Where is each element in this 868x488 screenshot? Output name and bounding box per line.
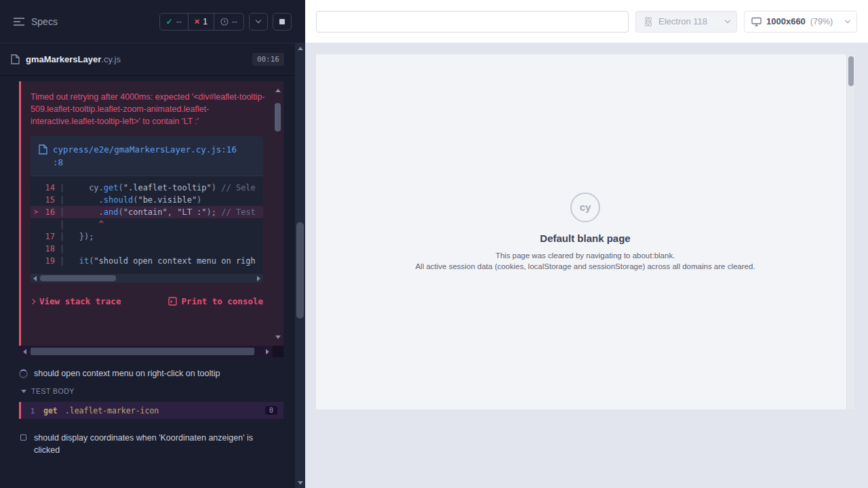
cypress-logo: cy <box>570 192 600 222</box>
scroll-right-arrow[interactable] <box>254 274 263 283</box>
viewport-size: 1000x660 <box>766 16 806 26</box>
code-line: 14| cy.get(".leaflet-tooltip") // Sele <box>31 182 263 194</box>
code-line: >16| .and("contain", "LT :"); // Test <box>31 206 263 218</box>
sidebar-scrollbar[interactable] <box>295 43 305 488</box>
stat-failed: × 1 <box>188 14 214 30</box>
error-panel: Timed out retrying after 4000ms: expecte… <box>19 81 283 346</box>
test-body-label: TEST BODY <box>31 387 75 395</box>
test-body-section[interactable]: TEST BODY <box>21 387 75 395</box>
browser-selector[interactable]: Electron 118 <box>635 11 737 33</box>
scroll-down-arrow[interactable] <box>273 332 283 342</box>
spec-file-icon <box>11 54 20 64</box>
failed-x-icon: × <box>195 16 200 26</box>
blank-page-line1: This page was cleared by navigating to a… <box>496 250 675 261</box>
scroll-right-arrow[interactable] <box>262 346 273 357</box>
specs-menu-icon[interactable] <box>14 18 24 26</box>
blank-page-line2: All active session data (cookies, localS… <box>415 261 755 272</box>
chevron-down-icon <box>845 18 850 23</box>
code-frame-header: cypress/e2e/gmaMarkersLayer.cy.js:16:8 <box>31 136 263 176</box>
spinner-icon <box>19 369 28 378</box>
test-title: should open context menu on right-click … <box>34 367 220 380</box>
test-item-running[interactable]: should open context menu on right-click … <box>0 367 288 380</box>
stop-icon <box>279 19 285 24</box>
command-message: .leaflet-marker-icon <box>65 406 265 415</box>
pending-box-icon <box>20 434 26 441</box>
viewport-selector[interactable]: 1000x660 (79%) <box>744 11 857 33</box>
code-line: 19| it("should open context menu on righ <box>31 255 263 267</box>
command-count-badge: 0 <box>265 406 277 415</box>
url-input[interactable] <box>316 11 629 33</box>
reporter-sidebar: Specs ✓ -- × 1 -- <box>0 0 305 488</box>
test-stats: ✓ -- × 1 -- <box>159 13 244 30</box>
scrollbar-thumb[interactable] <box>275 103 281 131</box>
scroll-up-arrow[interactable] <box>295 43 305 54</box>
error-actions: View stack trace Print to console <box>31 296 263 306</box>
scrollbar-corner <box>273 346 283 357</box>
scroll-up-arrow[interactable] <box>273 85 283 95</box>
aut-iframe: cy Default blank page This page was clea… <box>316 54 854 409</box>
scroll-down-arrow[interactable] <box>295 478 305 488</box>
scroll-left-arrow[interactable] <box>19 346 30 357</box>
command-log-row[interactable]: 1 get .leaflet-marker-icon 0 <box>19 402 283 419</box>
scrollbar-thumb[interactable] <box>848 56 854 86</box>
scrollbar-thumb[interactable] <box>31 348 254 355</box>
code-frame: cypress/e2e/gmaMarkersLayer.cy.js:16:8 1… <box>31 136 263 283</box>
scroll-left-arrow[interactable] <box>31 274 39 283</box>
collapse-button[interactable] <box>249 13 268 30</box>
command-number: 1 <box>21 407 35 415</box>
code-line: 18| <box>31 243 263 255</box>
code-file-icon <box>39 144 47 155</box>
chevron-down-icon <box>21 390 26 393</box>
spec-extension: .cy.js <box>101 54 121 64</box>
test-item-pending[interactable]: should display coordinates when 'Koordin… <box>0 432 285 456</box>
chevron-down-icon <box>725 18 730 23</box>
spec-header[interactable]: gmaMarkersLayer.cy.js 00:16 <box>0 43 295 76</box>
code-lines: 14| cy.get(".leaflet-tooltip") // Sele15… <box>31 176 263 274</box>
error-horizontal-scrollbar[interactable] <box>19 346 283 357</box>
code-line: | ^ <box>31 218 263 230</box>
reporter-header: Specs ✓ -- × 1 -- <box>0 0 305 43</box>
scrollbar-thumb[interactable] <box>40 275 116 281</box>
code-line: 15| .should("be.visible") <box>31 194 263 206</box>
pending-count: -- <box>232 17 237 26</box>
console-icon <box>168 297 177 306</box>
print-to-console-link[interactable]: Print to console <box>168 296 263 306</box>
current-line-arrow: > <box>34 206 38 218</box>
error-message: Timed out retrying after 4000ms: expecte… <box>31 91 266 127</box>
monitor-icon <box>751 17 762 26</box>
scrollbar-thumb[interactable] <box>296 222 304 319</box>
electron-icon <box>643 16 654 27</box>
view-stack-trace-link[interactable]: View stack trace <box>31 296 121 306</box>
runner-pane: Electron 118 1000x660 (79%) cy Default b… <box>305 0 868 488</box>
stat-passed: ✓ -- <box>160 14 188 30</box>
runner-canvas: cy Default blank page This page was clea… <box>305 43 868 488</box>
command-method: get <box>43 406 58 415</box>
chevron-right-icon <box>30 298 35 304</box>
spec-name: gmaMarkersLayer <box>26 54 101 64</box>
failed-count: 1 <box>203 17 208 26</box>
page-scrollbar[interactable] <box>846 54 854 409</box>
stop-button[interactable] <box>273 13 292 30</box>
passed-count: -- <box>176 17 182 26</box>
viewport-zoom: (79%) <box>810 17 833 26</box>
code-frame-file-link[interactable]: cypress/e2e/gmaMarkersLayer.cy.js:16:8 <box>53 143 240 169</box>
passed-check-icon: ✓ <box>166 17 173 26</box>
error-vertical-scrollbar[interactable] <box>273 85 283 342</box>
runner-header: Electron 118 1000x660 (79%) <box>305 0 868 43</box>
stat-pending: -- <box>214 14 243 30</box>
pending-clock-icon <box>220 18 229 26</box>
chevron-down-icon <box>256 18 261 23</box>
specs-title: Specs <box>31 16 58 27</box>
test-title: should display coordinates when 'Koordin… <box>34 432 268 456</box>
app-window: Specs ✓ -- × 1 -- <box>0 0 868 488</box>
print-to-console-label: Print to console <box>182 296 263 306</box>
browser-label: Electron 118 <box>658 16 707 26</box>
code-line: 17| }); <box>31 230 263 243</box>
view-stack-trace-label: View stack trace <box>39 296 121 306</box>
blank-page-title: Default blank page <box>540 232 630 244</box>
spec-duration: 00:16 <box>252 53 284 66</box>
code-horizontal-scrollbar[interactable] <box>31 274 263 283</box>
